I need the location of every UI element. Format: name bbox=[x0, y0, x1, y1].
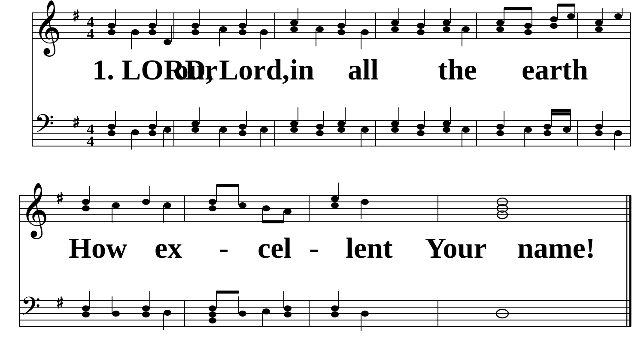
lyric2-8: name! bbox=[517, 232, 595, 264]
note-t3-3a bbox=[337, 23, 345, 29]
treble-staff-1 bbox=[32, 13, 631, 39]
note-s2b2-1a bbox=[209, 305, 216, 311]
lyric2-4: cel bbox=[258, 232, 292, 264]
treble-sharp-1: ♯ bbox=[72, 8, 79, 25]
note-t4-3a bbox=[443, 20, 450, 26]
note-s2t1-2 bbox=[112, 202, 120, 208]
note-b5-1a bbox=[496, 124, 504, 130]
note-t6-1a bbox=[595, 20, 603, 26]
treble-sharp-2: ♯ bbox=[56, 190, 63, 207]
note-s2t2-1a bbox=[209, 199, 216, 205]
note-t6-1b bbox=[595, 26, 603, 32]
lyric2-1: How bbox=[69, 232, 127, 264]
note-s2t3-1a bbox=[331, 196, 339, 202]
note-t2-3b bbox=[239, 29, 246, 35]
note-t2-1a bbox=[191, 23, 199, 29]
note-s2t3-1b bbox=[331, 202, 339, 208]
treble-clef-1: 𝄞 bbox=[33, 0, 61, 57]
note-t5-4a bbox=[567, 13, 575, 19]
bass-sharp-1: ♯ bbox=[72, 114, 79, 131]
note-b4-1a bbox=[391, 121, 399, 127]
note-b5-4 bbox=[563, 127, 571, 133]
note-t2-2 bbox=[219, 26, 227, 32]
note-s2b3-1b bbox=[331, 311, 339, 317]
note-t5-3a bbox=[550, 16, 558, 22]
sheet-music-score: 𝄞 𝄢 ♯ ♯ 4 4 4 4 bbox=[9, 0, 635, 363]
note-s2b2-3 bbox=[262, 308, 270, 314]
note-b5-3b bbox=[544, 130, 551, 136]
note-s2t3-2 bbox=[361, 199, 369, 205]
note-s2b1-2 bbox=[112, 311, 120, 317]
note-t1-2 bbox=[131, 29, 139, 35]
note-s2t1-4 bbox=[164, 202, 171, 208]
note-t3-1a bbox=[290, 20, 298, 26]
lyric2-7: Your bbox=[425, 232, 487, 264]
note-b3-2b bbox=[316, 130, 324, 136]
note-s2b2-1b bbox=[209, 311, 216, 317]
lyric2-6: lent bbox=[346, 232, 393, 264]
note-s2t2-2 bbox=[239, 202, 246, 208]
note-b5-1b bbox=[496, 130, 504, 136]
note-s2b1-1b bbox=[82, 311, 90, 317]
note-b1-1a bbox=[108, 124, 115, 130]
note-t3-3b bbox=[337, 29, 345, 35]
lyric-6: the bbox=[438, 53, 477, 86]
note-b4-3b bbox=[443, 127, 450, 133]
note-s2b1-1a bbox=[82, 305, 90, 311]
note-t1-1b bbox=[108, 29, 115, 35]
note-t3-1b bbox=[290, 26, 298, 32]
note-b4-2a bbox=[417, 124, 425, 130]
note-t5-1b bbox=[496, 26, 504, 32]
bass-sharp-2: ♯ bbox=[56, 295, 63, 312]
note-t4-1a bbox=[391, 20, 399, 26]
bass-clef-1: 𝄢 bbox=[34, 110, 54, 144]
note-t4-4 bbox=[462, 26, 470, 32]
note-t5-2b bbox=[524, 29, 532, 35]
treble-time-lower-1: 4 bbox=[87, 26, 94, 42]
note-b2-3b bbox=[239, 130, 246, 136]
note-b1-2 bbox=[131, 129, 139, 135]
note-b6-1b bbox=[595, 130, 603, 136]
note-b1-4 bbox=[164, 127, 171, 133]
note-t4-3b bbox=[443, 26, 450, 32]
note-s2b2-2 bbox=[239, 311, 246, 317]
note-t1-1a bbox=[108, 23, 115, 29]
bass-clef-2: 𝄢 bbox=[21, 293, 40, 327]
note-s2t2-4 bbox=[284, 208, 292, 214]
note-t1-3b bbox=[149, 29, 156, 35]
note-t3-2 bbox=[316, 26, 324, 32]
bass-staff-1 bbox=[32, 120, 631, 146]
note-s2t1-3 bbox=[142, 199, 150, 205]
note-s2b2-1c bbox=[209, 317, 216, 323]
lyric-7: earth bbox=[522, 53, 588, 86]
lyric-3: Lord, bbox=[219, 53, 289, 86]
note-b6-2 bbox=[614, 130, 622, 136]
note-b5-2 bbox=[524, 127, 532, 133]
lyric-4: in bbox=[290, 53, 314, 86]
lyric2-2: ex bbox=[155, 232, 182, 264]
note-b1-1b bbox=[108, 130, 115, 136]
note-s2t2-1b bbox=[209, 205, 216, 211]
note-b1-3a bbox=[149, 124, 156, 130]
note-b3-3a bbox=[337, 121, 345, 127]
note-s2t1-1a bbox=[82, 199, 90, 205]
note-b5-3a bbox=[544, 124, 551, 130]
note-t2-1b bbox=[191, 29, 199, 35]
note-b3-1b bbox=[290, 127, 298, 133]
note-s2b1-3b bbox=[142, 311, 150, 317]
note-s2b2-4a bbox=[284, 305, 292, 311]
lyric2-5: - bbox=[309, 232, 319, 264]
note-t5-1a bbox=[496, 20, 504, 26]
note-s2b1-3a bbox=[142, 305, 150, 311]
note-b4-2b bbox=[417, 130, 425, 136]
note-b2-3a bbox=[239, 124, 246, 130]
note-b2-4 bbox=[260, 127, 268, 133]
note-t1-3a bbox=[149, 23, 156, 29]
note-b1-3b bbox=[149, 130, 156, 136]
note-b3-4 bbox=[361, 127, 369, 133]
note-b4-1b bbox=[391, 127, 399, 133]
note-t2-4 bbox=[260, 29, 268, 35]
lyric-2: our bbox=[174, 53, 218, 86]
note-b4-4 bbox=[462, 127, 470, 133]
note-t4-2b bbox=[417, 29, 425, 35]
